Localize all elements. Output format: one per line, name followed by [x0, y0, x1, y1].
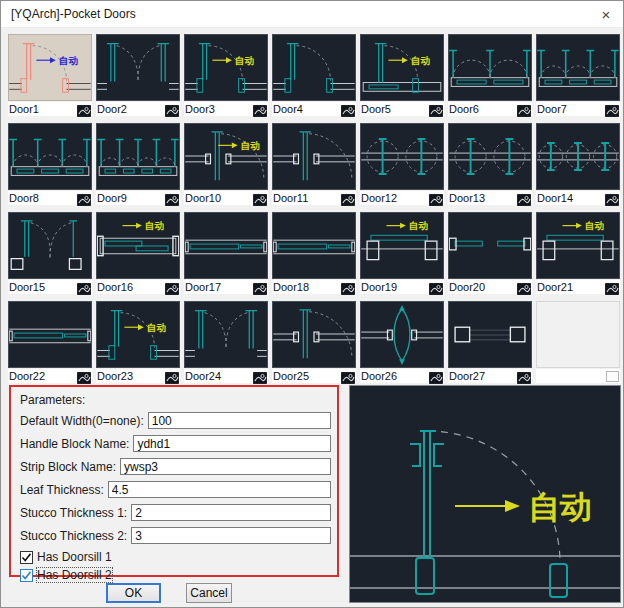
default-width-input[interactable]: [148, 412, 331, 429]
door-cell[interactable]: 自动Door3: [184, 34, 268, 116]
door-label-row: Door22: [8, 369, 92, 383]
block-preview-icon[interactable]: [165, 370, 179, 382]
door-thumbnail: 自动: [96, 301, 180, 368]
door-label-row: Door25: [272, 369, 356, 383]
door-thumbnail: [536, 301, 620, 368]
door-cell[interactable]: 自动Door21: [536, 212, 620, 294]
stucco-2-input[interactable]: [131, 527, 331, 544]
door-label-row: Door16: [96, 280, 180, 294]
block-preview-icon[interactable]: [165, 103, 179, 115]
door-cell[interactable]: Door9: [96, 123, 180, 205]
door-cell[interactable]: Door20: [448, 212, 532, 294]
door-cell[interactable]: Door13: [448, 123, 532, 205]
has-doorsill-1-checkbox[interactable]: [20, 551, 33, 564]
door-label-row: Door1: [8, 102, 92, 116]
door-thumbnail: [184, 301, 268, 368]
door-thumbnail: [448, 34, 532, 101]
door-cell[interactable]: 自动Door10: [184, 123, 268, 205]
door-label: Door16: [96, 281, 165, 294]
door-cell[interactable]: Door6: [448, 34, 532, 116]
block-preview-icon[interactable]: [253, 370, 267, 382]
block-preview-icon[interactable]: [253, 192, 267, 204]
door-label-row: [536, 369, 620, 383]
block-preview-icon[interactable]: [341, 192, 355, 204]
block-preview-icon[interactable]: [517, 281, 531, 293]
door-thumbnail: [536, 34, 620, 101]
door-label-row: Door24: [184, 369, 268, 383]
block-preview-icon[interactable]: [77, 103, 91, 115]
block-preview-panel: 自动: [349, 385, 621, 603]
block-preview-icon[interactable]: [429, 370, 443, 382]
door-cell[interactable]: Door8: [8, 123, 92, 205]
door-label-row: Door5: [360, 102, 444, 116]
door-cell[interactable]: 自动Door19: [360, 212, 444, 294]
block-preview-icon[interactable]: [605, 192, 619, 204]
door-cell[interactable]: Door24: [184, 301, 268, 383]
door-thumbnail: [536, 123, 620, 190]
door-cell[interactable]: Door27: [448, 301, 532, 383]
door-cell[interactable]: Door17: [184, 212, 268, 294]
door-cell[interactable]: Door2: [96, 34, 180, 116]
block-preview-icon[interactable]: [429, 192, 443, 204]
close-icon[interactable]: ×: [589, 1, 623, 28]
handle-block-input[interactable]: [133, 435, 331, 452]
block-preview-icon[interactable]: [253, 281, 267, 293]
block-preview-icon[interactable]: [77, 281, 91, 293]
leaf-thickness-input[interactable]: [108, 481, 331, 498]
door-cell[interactable]: Door22: [8, 301, 92, 383]
block-preview-icon[interactable]: [165, 281, 179, 293]
block-preview-icon[interactable]: [77, 370, 91, 382]
block-preview-icon[interactable]: [605, 103, 619, 115]
stucco-1-input[interactable]: [131, 504, 331, 521]
door-label-row: Door23: [96, 369, 180, 383]
door-cell[interactable]: Door18: [272, 212, 356, 294]
door-label-row: Door20: [448, 280, 532, 294]
door-thumbnail: [96, 123, 180, 190]
param-row-stucco-2: Stucco Thickness 2:: [20, 527, 331, 544]
block-preview-icon[interactable]: [429, 103, 443, 115]
block-preview-icon[interactable]: [341, 281, 355, 293]
door-label: Door15: [8, 281, 77, 294]
door-cell[interactable]: Door14: [536, 123, 620, 205]
block-preview-icon[interactable]: [429, 281, 443, 293]
block-preview-icon[interactable]: [605, 281, 619, 293]
door-cell[interactable]: Door25: [272, 301, 356, 383]
block-preview-icon[interactable]: [517, 192, 531, 204]
block-preview-icon[interactable]: [517, 370, 531, 382]
empty-icon-placeholder: [606, 371, 619, 382]
door-cell[interactable]: 自动Door1: [8, 34, 92, 116]
door-label-row: Door3: [184, 102, 268, 116]
door-cell[interactable]: 自动Door5: [360, 34, 444, 116]
door-label-row: Door14: [536, 191, 620, 205]
block-preview-icon[interactable]: [165, 192, 179, 204]
door-label-row: Door6: [448, 102, 532, 116]
door-cell[interactable]: 自动Door23: [96, 301, 180, 383]
cancel-button[interactable]: Cancel: [186, 583, 232, 603]
door-cell[interactable]: 自动Door16: [96, 212, 180, 294]
block-preview-icon[interactable]: [341, 370, 355, 382]
svg-text:自动: 自动: [528, 489, 592, 525]
block-preview-icon[interactable]: [517, 103, 531, 115]
door-cell[interactable]: Door12: [360, 123, 444, 205]
strip-block-label: Strip Block Name:: [20, 460, 116, 474]
door-cell[interactable]: Door4: [272, 34, 356, 116]
door-label: Door22: [8, 370, 77, 383]
door-label: Door2: [96, 103, 165, 116]
door-thumbnail: [8, 123, 92, 190]
door-cell[interactable]: Door11: [272, 123, 356, 205]
has-doorsill-2-checkbox[interactable]: [20, 569, 33, 582]
door-cell[interactable]: Door15: [8, 212, 92, 294]
block-preview-icon[interactable]: [253, 103, 267, 115]
door-label-row: Door9: [96, 191, 180, 205]
svg-text:自动: 自动: [411, 55, 431, 66]
door-cell[interactable]: Door7: [536, 34, 620, 116]
has-doorsill-2-row: Has Doorsill 2: [20, 568, 331, 582]
ok-button[interactable]: OK: [106, 583, 161, 603]
door-cell[interactable]: Door26: [360, 301, 444, 383]
door-label: Door11: [272, 192, 341, 205]
door-label-row: Door21: [536, 280, 620, 294]
strip-block-input[interactable]: [120, 458, 331, 475]
door-thumbnail: [360, 123, 444, 190]
block-preview-icon[interactable]: [341, 103, 355, 115]
block-preview-icon[interactable]: [77, 192, 91, 204]
